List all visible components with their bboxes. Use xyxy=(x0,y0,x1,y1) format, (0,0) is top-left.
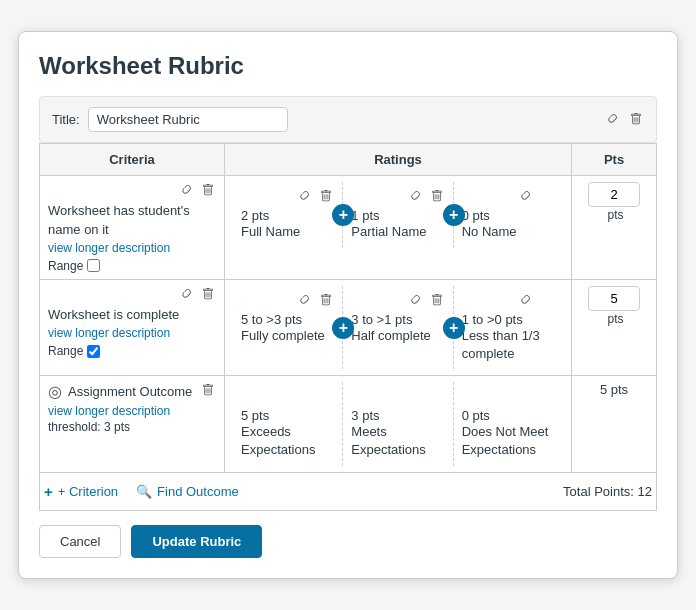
criteria-delete-button[interactable] xyxy=(200,182,216,200)
ratings-td: 5 pts Exceeds Expectations 3 pts Meets E… xyxy=(225,376,572,472)
criteria-cell-content: Worksheet is complete view longer descri… xyxy=(48,286,216,358)
criteria-name: Worksheet is complete xyxy=(48,306,216,324)
rating-pts: 5 pts xyxy=(241,408,334,423)
add-rating-button[interactable]: + xyxy=(443,317,465,339)
rating-block: 5 to >3 pts Fully complete + xyxy=(233,286,343,369)
title-delete-button[interactable] xyxy=(628,111,644,129)
rating-block: 3 pts Meets Expectations xyxy=(343,382,453,465)
total-points-label: Total Points: xyxy=(563,484,634,499)
pts-input[interactable] xyxy=(588,182,640,207)
rating-clip-button[interactable] xyxy=(517,188,533,206)
rating-clip-button[interactable] xyxy=(407,292,423,310)
ratings-inner: 2 pts Full Name + 1 pts Partial Name + 0… xyxy=(233,182,563,247)
trash-icon xyxy=(431,190,443,202)
find-outcome-label: Find Outcome xyxy=(157,484,239,499)
rating-block: 1 to >0 pts Less than 1/3 complete xyxy=(454,286,563,369)
rating-clip-button[interactable] xyxy=(296,188,312,206)
range-checkbox[interactable] xyxy=(87,259,100,272)
ratings-td: 2 pts Full Name + 1 pts Partial Name + 0… xyxy=(225,176,572,279)
rating-name: Meets Expectations xyxy=(351,423,444,459)
pts-header: Pts xyxy=(572,144,657,176)
table-row: ◎ Assignment Outcome view longer descrip… xyxy=(40,376,657,472)
search-icon: 🔍 xyxy=(136,484,152,499)
criteria-clip-button[interactable] xyxy=(178,286,194,304)
cancel-button[interactable]: Cancel xyxy=(39,525,121,558)
criteria-td: ◎ Assignment Outcome view longer descrip… xyxy=(40,376,225,472)
pts-td: pts xyxy=(572,279,657,375)
rating-clip-button[interactable] xyxy=(296,292,312,310)
rating-clip-button[interactable] xyxy=(407,188,423,206)
threshold-text: threshold: 3 pts xyxy=(48,420,216,434)
outcome-icon: ◎ xyxy=(48,382,62,401)
rating-pts: 1 to >0 pts xyxy=(462,312,555,327)
clip-icon xyxy=(519,294,531,306)
rating-block: 0 pts Does Not Meet Expectations xyxy=(454,382,563,465)
worksheet-rubric-modal: Worksheet Rubric Title: Criteria xyxy=(18,31,678,578)
rating-name: Full Name xyxy=(241,223,334,241)
add-rating-button[interactable]: + xyxy=(443,204,465,226)
table-row: Worksheet has student's name on it view … xyxy=(40,176,657,279)
criteria-header: Criteria xyxy=(40,144,225,176)
rating-pts: 3 pts xyxy=(351,408,444,423)
pts-td: pts xyxy=(572,176,657,279)
add-criterion-label: + Criterion xyxy=(58,484,118,499)
pts-label: pts xyxy=(607,208,623,222)
range-row: Range xyxy=(48,344,216,358)
update-rubric-button[interactable]: Update Rubric xyxy=(131,525,262,558)
criteria-name: Assignment Outcome xyxy=(68,383,192,401)
title-clip-button[interactable] xyxy=(604,111,620,129)
total-points: Total Points: 12 xyxy=(563,484,652,499)
trash-icon xyxy=(202,384,214,396)
rubric-title-input[interactable] xyxy=(88,107,288,132)
rating-pts: 2 pts xyxy=(241,208,334,223)
rating-name: Fully complete xyxy=(241,327,334,345)
criteria-td: Worksheet is complete view longer descri… xyxy=(40,279,225,375)
rating-clip-button[interactable] xyxy=(517,292,533,310)
trash-icon xyxy=(630,113,642,125)
pts-static: 5 pts xyxy=(600,382,628,397)
clip-icon xyxy=(409,294,421,306)
criteria-delete-button[interactable] xyxy=(200,382,216,400)
range-label: Range xyxy=(48,259,83,273)
title-row: Title: xyxy=(39,96,657,143)
ratings-inner: 5 to >3 pts Fully complete + 3 to >1 pts… xyxy=(233,286,563,369)
rating-block: 3 to >1 pts Half complete + xyxy=(343,286,453,369)
find-outcome-button[interactable]: 🔍 Find Outcome xyxy=(136,483,239,500)
view-longer-link[interactable]: view longer description xyxy=(48,241,216,255)
clip-icon xyxy=(606,113,618,125)
rating-pts: 3 to >1 pts xyxy=(351,312,444,327)
criteria-cell-content: Worksheet has student's name on it view … xyxy=(48,182,216,272)
trash-icon xyxy=(320,190,332,202)
rating-block: 5 pts Exceeds Expectations xyxy=(233,382,343,465)
title-label: Title: xyxy=(52,112,80,127)
range-label: Range xyxy=(48,344,83,358)
plus-criterion-icon: + xyxy=(44,483,53,500)
clip-icon xyxy=(409,190,421,202)
add-footer: + + Criterion 🔍 Find Outcome Total Point… xyxy=(39,473,657,511)
rating-delete-button[interactable] xyxy=(318,292,334,310)
view-longer-link[interactable]: view longer description xyxy=(48,404,216,418)
trash-icon xyxy=(202,288,214,300)
rating-block: 1 pts Partial Name + xyxy=(343,182,453,247)
add-criterion-button[interactable]: + + Criterion xyxy=(44,483,118,500)
rating-delete-button[interactable] xyxy=(429,292,445,310)
ratings-header: Ratings xyxy=(225,144,572,176)
pts-input[interactable] xyxy=(588,286,640,311)
add-rating-button[interactable]: + xyxy=(332,317,354,339)
range-row: Range xyxy=(48,259,216,273)
criteria-delete-button[interactable] xyxy=(200,286,216,304)
pts-label: pts xyxy=(607,312,623,326)
rubric-table: Criteria Ratings Pts Worksheet has stude… xyxy=(39,143,657,472)
criteria-clip-button[interactable] xyxy=(178,182,194,200)
range-checkbox[interactable] xyxy=(87,345,100,358)
rating-pts: 0 pts xyxy=(462,208,555,223)
clip-icon xyxy=(180,184,192,196)
add-rating-button[interactable]: + xyxy=(332,204,354,226)
rating-name: Does Not Meet Expectations xyxy=(462,423,555,459)
ratings-td: 5 to >3 pts Fully complete + 3 to >1 pts… xyxy=(225,279,572,375)
action-row: Cancel Update Rubric xyxy=(39,525,657,558)
add-footer-left: + + Criterion 🔍 Find Outcome xyxy=(44,483,239,500)
title-row-icons xyxy=(604,111,644,129)
view-longer-link[interactable]: view longer description xyxy=(48,326,216,340)
clip-icon xyxy=(298,190,310,202)
